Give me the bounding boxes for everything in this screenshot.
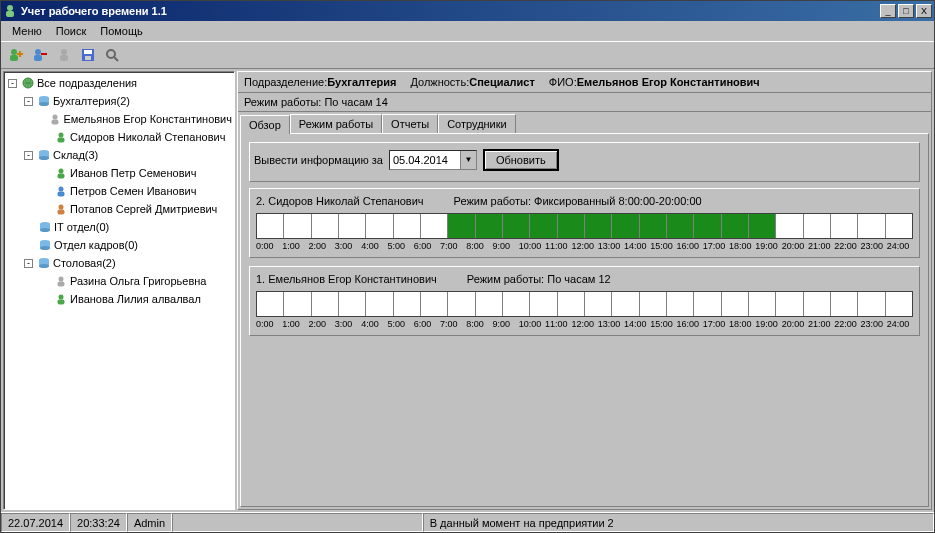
hour-label: 21:00	[808, 319, 834, 329]
tab-reports[interactable]: Отчеты	[382, 114, 438, 133]
tree-person[interactable]: Емельянов Егор Константинович	[40, 110, 232, 128]
database-icon	[38, 220, 52, 234]
tree-label: Бухгалтерия(2)	[53, 93, 130, 109]
person-icon	[54, 202, 68, 216]
tree-panel[interactable]: -Все подразделения-Бухгалтерия(2)Емельян…	[3, 71, 235, 510]
hour-label: 12:00	[571, 241, 597, 251]
hour-label: 1:00	[282, 241, 308, 251]
hour-label: 22:00	[834, 319, 860, 329]
date-input[interactable]	[390, 151, 460, 169]
save-button[interactable]	[77, 44, 99, 66]
maximize-button[interactable]: □	[898, 4, 914, 18]
tree-dept[interactable]: -Бухгалтерия(2)	[24, 92, 232, 110]
window-title: Учет рабочего времени 1.1	[21, 5, 880, 17]
svg-rect-17	[52, 120, 59, 125]
person-icon	[54, 166, 68, 180]
hour-label: 4:00	[361, 241, 387, 251]
tree-label: Петров Семен Иванович	[70, 183, 196, 199]
tab-employees[interactable]: Сотрудники	[438, 114, 516, 133]
timeline-cell	[284, 292, 311, 316]
hour-label: 13:00	[598, 319, 624, 329]
tree-dept[interactable]: IT отдел(0)	[24, 218, 232, 236]
mode-label: Режим работы:	[244, 96, 321, 108]
tree-person[interactable]: Петров Семен Иванович	[40, 182, 232, 200]
status-spacer	[172, 513, 423, 532]
tab-mode[interactable]: Режим работы	[290, 114, 382, 133]
timeline-cell	[585, 292, 612, 316]
hour-label: 2:00	[309, 319, 335, 329]
hour-label: 7:00	[440, 241, 466, 251]
hour-label: 19:00	[755, 319, 781, 329]
timeline-cell	[421, 292, 448, 316]
filter-row: Вывести информацию за ▼ Обновить	[249, 142, 920, 182]
user-button[interactable]	[53, 44, 75, 66]
svg-point-34	[40, 246, 50, 250]
svg-rect-3	[10, 55, 18, 61]
add-user-button[interactable]	[5, 44, 27, 66]
menu-item[interactable]: Меню	[5, 23, 49, 39]
status-user: Admin	[127, 513, 172, 532]
timeline-cell	[448, 292, 475, 316]
hour-label: 23:00	[860, 241, 886, 251]
tree-person[interactable]: Иванов Петр Семенович	[40, 164, 232, 182]
menu-item[interactable]: Помощь	[93, 23, 150, 39]
tree-person[interactable]: Потапов Сергей Дмитриевич	[40, 200, 232, 218]
name-label: ФИО:	[549, 76, 577, 88]
refresh-button[interactable]: Обновить	[483, 149, 559, 171]
timeline-cell	[558, 292, 585, 316]
employee-block: 2. Сидоров Николай СтепановичРежим работ…	[249, 188, 920, 258]
timeline-cell	[530, 214, 557, 238]
tree-person[interactable]: Иванова Лилия алвалвал	[40, 290, 232, 308]
tree-root[interactable]: -Все подразделения	[8, 74, 232, 92]
svg-rect-39	[58, 282, 65, 287]
timeline-cell	[886, 292, 912, 316]
hour-label: 21:00	[808, 241, 834, 251]
dropdown-icon[interactable]: ▼	[460, 151, 476, 169]
tree-dept[interactable]: -Столовая(2)	[24, 254, 232, 272]
hour-label: 18:00	[729, 319, 755, 329]
timeline-cell	[831, 214, 858, 238]
timeline-cell	[312, 292, 339, 316]
svg-point-38	[59, 277, 64, 282]
timeline-cell	[339, 214, 366, 238]
hour-label: 19:00	[755, 241, 781, 251]
hour-label: 10:00	[519, 241, 545, 251]
svg-rect-7	[60, 55, 68, 61]
hour-label: 17:00	[703, 241, 729, 251]
hour-label: 11:00	[545, 319, 571, 329]
status-time: 20:33:24	[70, 513, 127, 532]
tree-dept[interactable]: Отдел кадров(0)	[24, 236, 232, 254]
person-icon	[49, 112, 61, 126]
tab-overview[interactable]: Обзор	[240, 115, 290, 134]
employee-title: 2. Сидоров Николай Степанович	[256, 195, 424, 207]
person-icon	[54, 184, 68, 198]
search-button[interactable]	[101, 44, 123, 66]
svg-point-23	[59, 169, 64, 174]
hour-label: 15:00	[650, 319, 676, 329]
hour-label: 17:00	[703, 319, 729, 329]
info-bar: Подразделение:Бухгалтерия Должность:Спец…	[238, 72, 931, 93]
hour-label: 15:00	[650, 241, 676, 251]
hour-label: 10:00	[519, 319, 545, 329]
hour-label: 18:00	[729, 241, 755, 251]
tree-person[interactable]: Разина Ольга Григорьевна	[40, 272, 232, 290]
date-picker[interactable]: ▼	[389, 150, 477, 170]
pos-label: Должность:	[410, 76, 469, 88]
timeline-cell	[257, 214, 284, 238]
tree-person[interactable]: Сидоров Николай Степанович	[40, 128, 232, 146]
timeline-cell	[858, 214, 885, 238]
app-window: Учет рабочего времени 1.1 _ □ X Меню Пои…	[0, 0, 935, 533]
employee-mode: Фиксированный 8:00:00-20:00:00	[534, 195, 702, 207]
status-date: 22.07.2014	[1, 513, 70, 532]
minimize-button[interactable]: _	[880, 4, 896, 18]
tree-dept[interactable]: -Склад(3)	[24, 146, 232, 164]
hour-label: 14:00	[624, 241, 650, 251]
svg-rect-9	[84, 50, 92, 54]
menu-item[interactable]: Поиск	[49, 23, 93, 39]
remove-user-button[interactable]	[29, 44, 51, 66]
titlebar[interactable]: Учет рабочего времени 1.1 _ □ X	[1, 1, 934, 21]
main-panel: Подразделение:Бухгалтерия Должность:Спец…	[237, 71, 932, 510]
timeline-cell	[776, 214, 803, 238]
hour-label: 0:00	[256, 241, 282, 251]
close-button[interactable]: X	[916, 4, 932, 18]
